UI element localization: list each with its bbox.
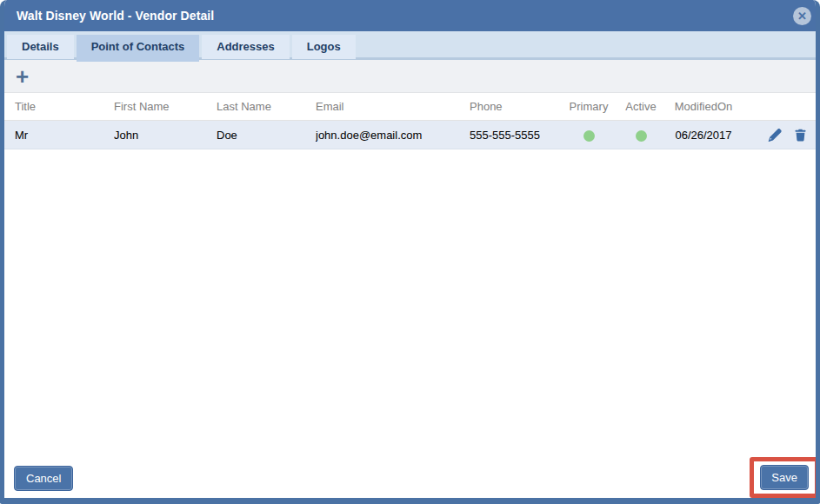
cell-title: Mr xyxy=(4,129,114,142)
save-highlight-annotation: Save xyxy=(750,457,819,498)
column-header-phone[interactable]: Phone xyxy=(470,100,561,113)
grid-empty-area xyxy=(4,149,816,459)
add-contact-icon[interactable]: + xyxy=(16,68,29,85)
tab-addresses[interactable]: Addresses xyxy=(202,35,289,59)
cell-active xyxy=(617,128,665,141)
primary-status-dot xyxy=(583,130,595,142)
close-icon[interactable]: ✕ xyxy=(793,7,811,25)
column-header-active[interactable]: Active xyxy=(617,100,665,113)
edit-pencil-icon[interactable] xyxy=(767,128,782,143)
tabstrip: Details Point of Contacts Addresses Logo… xyxy=(4,31,816,60)
save-button[interactable]: Save xyxy=(760,465,809,490)
column-header-email[interactable]: Email xyxy=(316,100,470,113)
dialog-titlebar: Walt Disney World - Vendor Detail ✕ xyxy=(0,0,820,31)
column-header-primary[interactable]: Primary xyxy=(561,100,617,113)
dialog-title: Walt Disney World - Vendor Detail xyxy=(17,9,214,23)
grid-toolbar: + xyxy=(4,60,816,93)
cell-last-name: Doe xyxy=(217,129,316,142)
tab-point-of-contacts[interactable]: Point of Contacts xyxy=(77,35,200,62)
tab-details[interactable]: Details xyxy=(7,35,74,59)
delete-trash-icon[interactable] xyxy=(793,128,808,143)
column-header-title[interactable]: Title xyxy=(4,100,114,113)
cell-phone: 555-555-5555 xyxy=(470,129,561,142)
column-header-modified-on[interactable]: ModifiedOn xyxy=(665,100,742,113)
tab-logos[interactable]: Logos xyxy=(292,35,356,59)
cell-email: john.doe@email.com xyxy=(316,129,470,142)
column-header-first-name[interactable]: First Name xyxy=(114,100,217,113)
grid-header-row: Title First Name Last Name Email Phone P… xyxy=(4,93,816,121)
column-header-last-name[interactable]: Last Name xyxy=(217,100,316,113)
cancel-button[interactable]: Cancel xyxy=(14,466,73,491)
active-status-dot xyxy=(636,130,647,142)
cell-actions xyxy=(742,128,816,143)
cell-primary xyxy=(561,128,617,141)
vendor-detail-dialog: Walt Disney World - Vendor Detail ✕ Deta… xyxy=(0,0,820,504)
cell-first-name: John xyxy=(114,129,217,142)
contact-row[interactable]: Mr John Doe john.doe@email.com 555-555-5… xyxy=(4,121,816,149)
cell-modified-on: 06/26/2017 xyxy=(665,129,742,142)
